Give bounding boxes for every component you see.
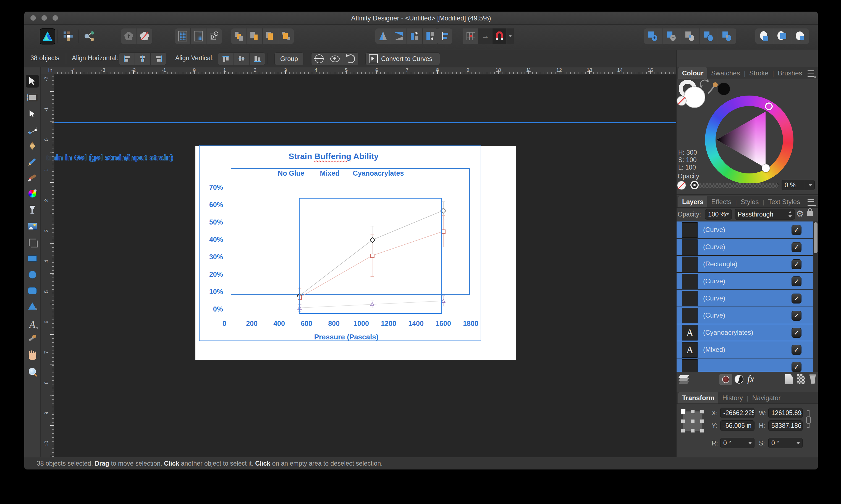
mask-layer-button[interactable] [719,374,732,385]
convert-to-curves-button[interactable]: Convert to Curves [365,52,440,65]
layers-stack-icon[interactable] [679,375,690,384]
layers-opacity-dropdown[interactable]: 100 % [705,209,732,219]
no-colour-swatch[interactable] [677,96,686,106]
pixel-grid-toggle[interactable] [463,29,478,44]
move-backward-button[interactable] [247,29,263,44]
rotation-dropdown[interactable]: 0 ° [720,438,754,448]
title-bar[interactable]: Affinity Designer - <Untitled> [Modified… [24,12,818,24]
layer-visibility-checkbox[interactable]: ✓ [791,362,802,372]
tab-text-styles[interactable]: Text Styles [764,196,804,208]
snap-shapes-button[interactable] [207,29,222,44]
layers-scrollbar-thumb[interactable] [814,222,818,253]
layer-visibility-checkbox[interactable]: ✓ [791,328,802,338]
align-h-center-button[interactable] [135,53,151,65]
panel-menu-icon[interactable] [808,199,814,206]
tab-effects[interactable]: Effects [707,196,735,208]
snapping-magnet-toggle[interactable] [492,29,507,44]
layer-effects-button[interactable]: fx [747,374,754,384]
tool-triangle[interactable] [26,300,39,312]
boolean-xor-button[interactable] [718,29,736,44]
anchor-bottom-center[interactable] [691,429,695,433]
boolean-subtract-button[interactable]: − [663,29,681,44]
picked-colour-swatch[interactable] [717,83,730,95]
align-v-top-button[interactable] [218,53,234,65]
saturation-lightness-triangle[interactable] [716,106,783,174]
flip-vertical-button[interactable] [391,29,407,44]
insert-on-top-button[interactable] [791,29,809,44]
layer-row[interactable]: (Rectangle)✓ [677,256,813,273]
opacity-slider-knob[interactable] [690,181,699,189]
tab-transform[interactable]: Transform [678,392,718,403]
tool-ellipse[interactable] [26,268,39,281]
boolean-intersect-button[interactable] [681,29,700,44]
layer-row[interactable]: A(Cyanoacrylates)✓ [677,324,813,341]
lock-icon[interactable] [807,211,813,216]
layer-row[interactable]: (Curve)✓ [677,221,813,239]
tab-layers[interactable]: Layers [678,196,707,208]
layer-row[interactable]: ✓ [677,358,813,372]
delete-layer-icon[interactable] [809,374,816,384]
lightness-selector[interactable] [762,164,770,172]
tool-artistic-text[interactable] [26,318,39,331]
new-pixel-layer-icon[interactable] [797,374,805,384]
anchor-mid-left[interactable] [681,419,685,424]
alignment-button[interactable] [437,29,452,44]
transform-origin-toggle[interactable] [312,53,327,65]
vertical-ruler[interactable]: -2-1012345678910 [40,67,54,457]
layer-visibility-checkbox[interactable]: ✓ [791,311,802,321]
tool-fill[interactable] [26,187,39,200]
gear-icon[interactable]: ⚙ [796,209,804,219]
layer-row[interactable]: (Curve)✓ [677,239,813,256]
layer-row[interactable]: A(Mixed)✓ [677,341,813,358]
anchor-bottom-left[interactable] [681,429,685,433]
swatch-grid-button[interactable] [61,29,76,44]
tab-colour[interactable]: Colour [678,67,707,79]
insert-behind-button[interactable] [755,29,773,44]
y-field[interactable]: -66.005 in [720,420,754,431]
layer-row[interactable]: (Curve)✓ [677,290,813,307]
move-to-front-button[interactable] [278,29,294,44]
cycle-selection-box-button[interactable] [343,53,358,65]
tool-move[interactable] [26,75,39,88]
move-by-whole-pixels-toggle[interactable]: → [478,29,492,44]
tab-history[interactable]: History [718,392,747,403]
w-field[interactable]: 126105.694 [768,408,803,418]
opacity-value-field[interactable]: 0 % [782,180,815,190]
tool-node[interactable] [26,107,39,120]
rotate-ccw-button[interactable] [407,29,423,44]
tab-brushes[interactable]: Brushes [774,67,806,79]
snap-grid-dotted-button[interactable] [191,29,207,44]
layer-visibility-checkbox[interactable]: ✓ [791,276,802,286]
shear-dropdown[interactable]: 0 ° [768,438,803,448]
transform-anchor-selector[interactable] [680,409,704,433]
layer-row[interactable]: (Curve)✓ [677,273,813,290]
tool-place-image[interactable] [26,220,39,233]
tool-artboard[interactable] [26,91,39,104]
tool-view[interactable] [26,349,39,362]
fill-colour-well[interactable] [684,87,705,108]
tool-zoom[interactable] [26,365,39,378]
tool-pen[interactable] [26,139,39,152]
opacity-slider-track[interactable] [691,183,779,188]
group-button[interactable]: Group [275,52,304,65]
hue-selector[interactable] [765,103,773,110]
layer-visibility-checkbox[interactable]: ✓ [791,242,802,252]
snapping-options-dropdown[interactable] [507,29,514,44]
tool-rounded-rectangle[interactable] [26,285,39,297]
tool-vector-crop[interactable] [26,236,39,249]
anchor-top-center[interactable] [691,410,695,414]
link-dimensions-icon[interactable] [805,410,809,428]
snap-grid-solid-button[interactable] [175,29,191,44]
boolean-add-button[interactable]: + [644,29,663,44]
canvas-viewport[interactable]: Strain Buffering Ability No Glue Mixed C… [54,74,676,457]
tab-swatches[interactable]: Swatches [707,67,744,79]
anchor-center[interactable] [691,419,695,424]
offpage-axis-title-text[interactable]: train in Gel (gel strain/input strain) [46,154,173,162]
tool-vector-brush[interactable] [26,172,39,184]
layer-visibility-checkbox[interactable]: ✓ [791,259,802,269]
boolean-divide-button[interactable] [700,29,718,44]
insert-inside-button[interactable] [773,29,791,44]
adjustment-layer-button[interactable] [735,375,744,385]
show-selection-toggle[interactable] [327,53,343,65]
tool-colour-picker[interactable] [26,332,39,345]
